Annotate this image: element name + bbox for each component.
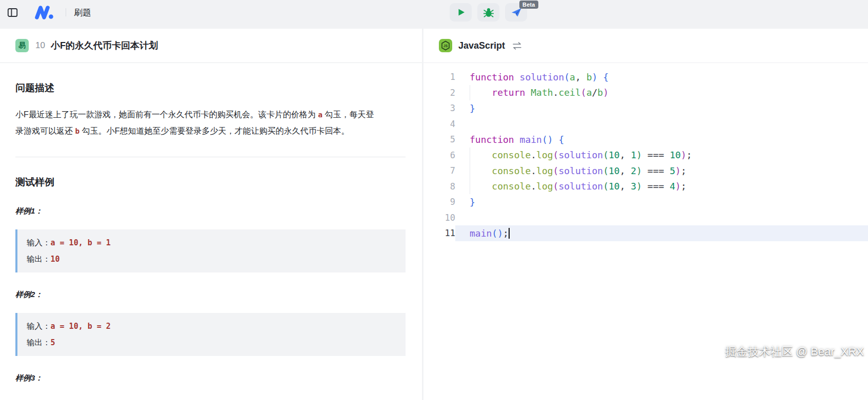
code-line[interactable]: 9}	[423, 194, 868, 210]
code-line[interactable]: 5function main() {	[423, 132, 868, 148]
language-label: JavaScript	[458, 40, 505, 51]
editor-panel: JS JavaScript 1function solution(a, b) {…	[423, 29, 868, 400]
play-icon	[456, 7, 466, 17]
example-row-code: a = 10, b = 2	[51, 322, 111, 331]
example-label: 样例3：	[15, 373, 406, 383]
code-line-content: }	[455, 194, 868, 210]
line-number: 4	[423, 119, 455, 129]
code-line[interactable]: 1function solution(a, b) {	[423, 69, 868, 85]
line-number: 3	[423, 103, 455, 113]
code-line[interactable]: 7 console.log(solution(10, 2) === 5);	[423, 163, 868, 179]
code-line[interactable]: 8 console.log(solution(10, 3) === 4);	[423, 179, 868, 195]
code-line[interactable]: 3}	[423, 100, 868, 116]
main-area: 易 10 小F的永久代币卡回本计划 问题描述 小F最近迷上了玩一款游戏，她面前有…	[0, 29, 868, 400]
nodejs-icon: JS	[439, 39, 452, 52]
code-line[interactable]: 10	[423, 210, 868, 226]
examples-heading: 测试样例	[15, 176, 406, 189]
switch-language-button[interactable]	[512, 42, 522, 50]
line-number: 1	[423, 72, 455, 82]
line-number: 5	[423, 134, 455, 144]
inline-code: a	[318, 111, 322, 119]
code-line-content: function solution(a, b) {	[455, 69, 868, 85]
bug-icon	[483, 7, 494, 17]
app-title: 刷题	[74, 7, 91, 18]
code-line[interactable]: 2 return Math.ceil(a/b)	[423, 85, 868, 101]
submit-button[interactable]: Beta	[505, 3, 527, 22]
code-line[interactable]: 11main();	[423, 225, 868, 241]
code-editor[interactable]: 1function solution(a, b) {2 return Math.…	[423, 63, 868, 241]
section-divider	[15, 157, 406, 157]
line-number: 8	[423, 181, 455, 192]
example-row-code: a = 10, b = 1	[51, 238, 111, 247]
inline-code: b	[75, 127, 79, 135]
example-row: 输入：a = 10, b = 2	[27, 318, 396, 334]
text-cursor	[509, 228, 510, 239]
debug-button[interactable]	[477, 3, 499, 22]
indent-guide	[470, 148, 470, 163]
run-code-button[interactable]	[450, 3, 472, 22]
example-row: 输入：a = 10, b = 1	[27, 235, 396, 251]
code-line-content: }	[455, 100, 868, 116]
topbar: 刷题 Beta	[0, 0, 868, 25]
marscode-logo[interactable]	[34, 5, 57, 20]
line-number: 6	[423, 150, 455, 160]
example-label: 样例1：	[15, 206, 406, 216]
example-row-code: 10	[51, 255, 60, 264]
indent-guide	[470, 85, 470, 101]
problem-body: 问题描述 小F最近迷上了玩一款游戏，她面前有一个永久代币卡的购买机会。该卡片的价…	[0, 63, 422, 383]
indent-guide	[470, 179, 470, 195]
code-line-content: console.log(solution(10, 1) === 10);	[455, 148, 868, 163]
problem-description-text: 小F最近迷上了玩一款游戏，她面前有一个永久代币卡的购买机会。该卡片的价格为 a …	[15, 107, 377, 139]
example-row: 输出：10	[27, 251, 396, 267]
line-number: 9	[423, 197, 455, 207]
code-area: 1function solution(a, b) {2 return Math.…	[423, 69, 868, 241]
description-heading: 问题描述	[15, 81, 406, 95]
editor-actions: Beta	[450, 3, 527, 22]
layout-sidebar-icon	[7, 7, 18, 18]
example-row-code: 5	[51, 338, 55, 347]
example-row-label: 输入：	[27, 322, 51, 330]
code-line-content	[455, 116, 868, 132]
indent-guide	[470, 163, 470, 179]
example-row-label: 输入：	[27, 238, 51, 247]
beta-badge: Beta	[519, 1, 538, 9]
svg-text:JS: JS	[443, 44, 448, 48]
code-line-content: console.log(solution(10, 2) === 5);	[455, 163, 868, 179]
example-block: 输入：a = 10, b = 2输出：5	[15, 313, 406, 356]
code-line-content: main();	[455, 225, 868, 241]
code-line-content: console.log(solution(10, 3) === 4);	[455, 179, 868, 195]
problem-title: 小F的永久代币卡回本计划	[51, 39, 158, 52]
example-block: 输入：a = 10, b = 1输出：10	[15, 229, 406, 272]
example-label: 样例2：	[15, 290, 406, 300]
line-number: 7	[423, 165, 455, 176]
language-selector: JS JavaScript	[423, 29, 868, 63]
line-number: 10	[423, 213, 455, 223]
problem-panel: 易 10 小F的永久代币卡回本计划 问题描述 小F最近迷上了玩一款游戏，她面前有…	[0, 29, 422, 400]
code-line[interactable]: 4	[423, 116, 868, 132]
examples-list: 样例1：输入：a = 10, b = 1输出：10样例2：输入：a = 10, …	[15, 206, 406, 383]
code-line-content	[455, 210, 868, 226]
brand-divider	[66, 8, 66, 16]
example-row-label: 输出：	[27, 255, 51, 263]
difficulty-badge: 易	[15, 39, 29, 52]
example-row: 输出：5	[27, 334, 396, 351]
line-number: 11	[423, 228, 455, 238]
code-line-content: return Math.ceil(a/b)	[455, 85, 868, 101]
swap-arrows-icon	[512, 42, 522, 50]
example-row-label: 输出：	[27, 338, 51, 347]
problem-header: 易 10 小F的永久代币卡回本计划	[0, 29, 422, 63]
problem-id: 10	[35, 40, 45, 51]
code-line-content: function main() {	[455, 132, 868, 148]
line-number: 2	[423, 88, 455, 98]
sidebar-toggle-button[interactable]	[7, 7, 18, 18]
code-line[interactable]: 6 console.log(solution(10, 1) === 10);	[423, 148, 868, 163]
